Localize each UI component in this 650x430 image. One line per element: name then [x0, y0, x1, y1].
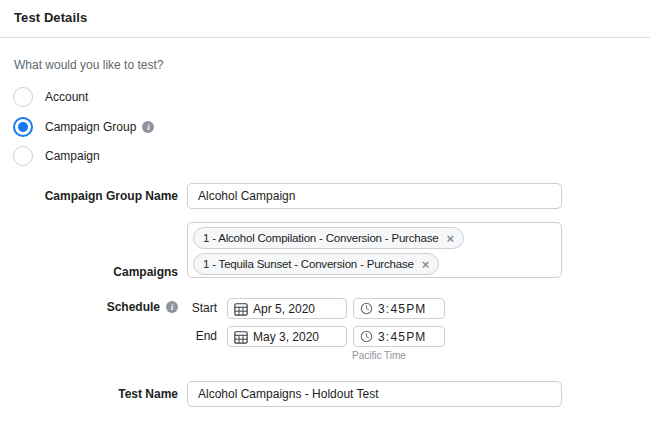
radio-account-unselected-icon[interactable]	[13, 87, 33, 107]
radio-campaign-label: Campaign	[45, 149, 100, 163]
test-name-label: Test Name	[118, 387, 178, 401]
info-icon[interactable]: i	[142, 121, 154, 133]
campaign-tag: 1 - Tequila Sunset - Conversion - Purcha…	[193, 253, 439, 275]
timezone-note: Pacific Time	[352, 350, 406, 361]
end-time-picker[interactable]: 3:45PM	[353, 326, 445, 347]
end-date-picker[interactable]: May 3, 2020	[227, 326, 347, 347]
end-time-value: 3:45PM	[378, 330, 427, 344]
close-icon[interactable]: ×	[446, 231, 454, 246]
schedule-label-row: Schedule i	[107, 300, 178, 314]
radio-campaign-group-selected-icon[interactable]	[13, 117, 33, 137]
question-label: What would you like to test?	[14, 58, 163, 72]
campaign-tag: 1 - Alcohol Compilation - Conversion - P…	[193, 227, 464, 249]
radio-option-account[interactable]: Account	[13, 87, 88, 107]
start-date-value: Apr 5, 2020	[253, 302, 315, 316]
clock-icon	[360, 330, 373, 343]
campaign-tag-label: 1 - Tequila Sunset - Conversion - Purcha…	[203, 258, 414, 270]
radio-campaign-group-label: Campaign Group	[45, 120, 136, 134]
header-divider	[0, 37, 650, 38]
end-label: End	[196, 329, 217, 343]
radio-option-campaign-group[interactable]: Campaign Group i	[13, 117, 154, 137]
test-name-input[interactable]	[187, 381, 562, 407]
info-icon[interactable]: i	[166, 301, 178, 313]
start-date-picker[interactable]: Apr 5, 2020	[227, 298, 347, 319]
calendar-icon	[234, 302, 248, 316]
schedule-label: Schedule	[107, 300, 160, 314]
calendar-icon	[234, 330, 248, 344]
radio-account-label: Account	[45, 90, 88, 104]
radio-campaign-unselected-icon[interactable]	[13, 146, 33, 166]
page-title: Test Details	[14, 10, 87, 25]
start-label: Start	[192, 301, 217, 315]
campaign-group-name-input[interactable]	[187, 183, 562, 209]
campaign-group-name-label: Campaign Group Name	[45, 189, 178, 203]
campaign-tag-label: 1 - Alcohol Compilation - Conversion - P…	[203, 232, 438, 244]
test-details-panel: Test Details What would you like to test…	[0, 0, 650, 430]
radio-option-campaign[interactable]: Campaign	[13, 146, 100, 166]
start-time-picker[interactable]: 3:45PM	[353, 298, 445, 319]
campaigns-label: Campaigns	[113, 265, 178, 279]
clock-icon	[360, 302, 373, 315]
close-icon[interactable]: ×	[422, 257, 430, 272]
start-time-value: 3:45PM	[378, 302, 427, 316]
end-date-value: May 3, 2020	[253, 330, 319, 344]
